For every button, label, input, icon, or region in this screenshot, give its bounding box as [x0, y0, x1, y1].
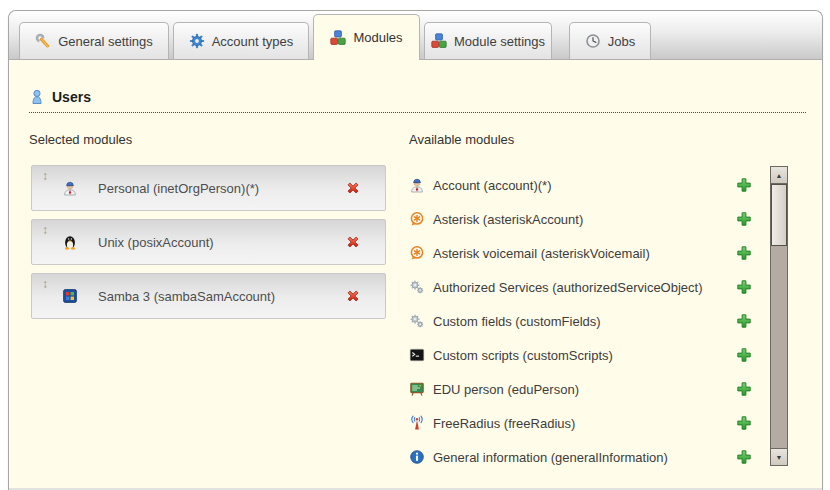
user-icon	[29, 89, 45, 105]
modules-icon	[431, 33, 447, 49]
gear-icon	[189, 33, 205, 49]
available-module-row: Custom fields (customFields)	[409, 304, 752, 338]
tab-jobs[interactable]: Jobs	[569, 22, 651, 59]
remove-module-button[interactable]	[345, 288, 361, 304]
info-icon	[409, 449, 425, 465]
penguin-icon	[62, 234, 78, 250]
module-name: Authorized Services (authorizedServiceOb…	[433, 280, 703, 295]
add-module-button[interactable]	[736, 415, 752, 431]
users-section-header: Users	[29, 89, 806, 113]
module-name: Asterisk voicemail (asteriskVoicemail)	[433, 246, 650, 261]
available-module-row: FreeRadius (freeRadius)	[409, 406, 752, 440]
available-modules-list: Account (account)(*) Asterisk (asteriskA…	[409, 168, 752, 474]
tab-account-types[interactable]: Account types	[173, 22, 309, 59]
person-icon	[409, 177, 425, 193]
wrench-icon	[35, 33, 51, 49]
person-icon	[62, 180, 78, 196]
modules-icon	[330, 30, 346, 46]
available-modules-label: Available modules	[409, 132, 514, 147]
drag-handle-icon[interactable]: ↕	[42, 224, 48, 236]
selected-module-row[interactable]: ↕ Unix (posixAccount)	[31, 219, 386, 265]
add-module-button[interactable]	[736, 449, 752, 465]
green-plus-icon	[736, 415, 752, 431]
tab-bar: General settings Account types Modules M…	[9, 11, 822, 60]
module-name: Custom fields (customFields)	[433, 314, 601, 329]
windows-icon	[62, 288, 78, 304]
available-module-row: Asterisk voicemail (asteriskVoicemail)	[409, 236, 752, 270]
green-plus-icon	[736, 449, 752, 465]
green-plus-icon	[736, 211, 752, 227]
drag-handle-icon[interactable]: ↕	[42, 278, 48, 290]
asterisk-icon	[409, 245, 425, 261]
available-module-row: EDU person (eduPerson)	[409, 372, 752, 406]
add-module-button[interactable]	[736, 177, 752, 193]
section-title: Users	[52, 89, 91, 105]
green-plus-icon	[736, 177, 752, 193]
config-window: General settings Account types Modules M…	[8, 10, 823, 490]
add-module-button[interactable]	[736, 211, 752, 227]
tab-label: General settings	[58, 34, 153, 49]
green-plus-icon	[736, 279, 752, 295]
remove-module-button[interactable]	[345, 180, 361, 196]
tab-label: Jobs	[608, 34, 635, 49]
selected-modules-list: ↕ Personal (inetOrgPerson)(*) ↕ Unix (po…	[31, 165, 386, 327]
selected-module-row[interactable]: ↕ Samba 3 (sambaSamAccount)	[31, 273, 386, 319]
tab-modules[interactable]: Modules	[313, 14, 420, 60]
add-module-button[interactable]	[736, 245, 752, 261]
add-module-button[interactable]	[736, 279, 752, 295]
module-name: General information (generalInformation)	[433, 450, 668, 465]
module-name: FreeRadius (freeRadius)	[433, 416, 575, 431]
module-name: Asterisk (asteriskAccount)	[433, 212, 583, 227]
module-name: Custom scripts (customScripts)	[433, 348, 613, 363]
antenna-icon	[409, 415, 425, 431]
red-x-icon	[345, 234, 361, 250]
selected-module-row[interactable]: ↕ Personal (inetOrgPerson)(*)	[31, 165, 386, 211]
chalkboard-icon	[409, 381, 425, 397]
available-module-row: Authorized Services (authorizedServiceOb…	[409, 270, 752, 304]
available-module-row: Account (account)(*)	[409, 168, 752, 202]
green-plus-icon	[736, 313, 752, 329]
module-name: Personal (inetOrgPerson)(*)	[98, 181, 259, 196]
available-module-row: Asterisk (asteriskAccount)	[409, 202, 752, 236]
green-plus-icon	[736, 347, 752, 363]
gears-icon	[409, 279, 425, 295]
gears-icon	[409, 313, 425, 329]
module-name: Samba 3 (sambaSamAccount)	[98, 289, 275, 304]
clock-icon	[585, 33, 601, 49]
selected-modules-label: Selected modules	[29, 132, 132, 147]
remove-module-button[interactable]	[345, 234, 361, 250]
add-module-button[interactable]	[736, 381, 752, 397]
tab-module-settings[interactable]: Module settings	[424, 22, 552, 59]
red-x-icon	[345, 180, 361, 196]
terminal-icon	[409, 347, 425, 363]
tab-label: Modules	[353, 30, 402, 45]
scroll-down-button[interactable]: ▼	[771, 448, 787, 465]
module-name: Unix (posixAccount)	[98, 235, 214, 250]
scroll-up-button[interactable]: ▲	[771, 167, 787, 184]
add-module-button[interactable]	[736, 313, 752, 329]
available-module-row: General information (generalInformation)	[409, 440, 752, 474]
green-plus-icon	[736, 381, 752, 397]
drag-handle-icon[interactable]: ↕	[42, 170, 48, 182]
tab-label: Account types	[212, 34, 294, 49]
green-plus-icon	[736, 245, 752, 261]
available-module-row: Custom scripts (customScripts)	[409, 338, 752, 372]
available-modules-scrollbar[interactable]: ▲ ▼	[770, 166, 788, 466]
scrollbar-thumb[interactable]	[771, 184, 787, 246]
add-module-button[interactable]	[736, 347, 752, 363]
tab-label: Module settings	[454, 34, 545, 49]
asterisk-icon	[409, 211, 425, 227]
module-name: Account (account)(*)	[433, 178, 552, 193]
red-x-icon	[345, 288, 361, 304]
tab-general-settings[interactable]: General settings	[19, 22, 169, 59]
module-name: EDU person (eduPerson)	[433, 382, 579, 397]
